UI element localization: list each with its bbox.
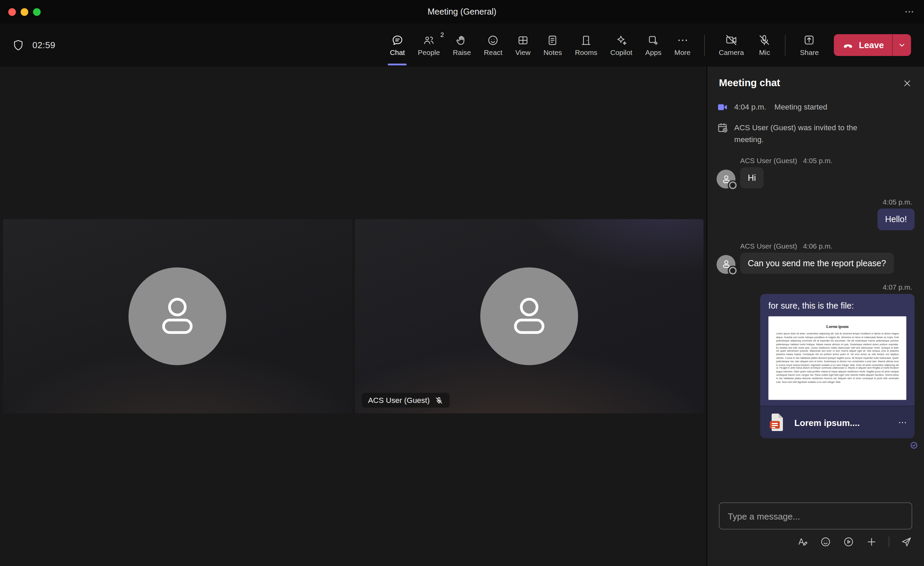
share-button[interactable]: Share — [793, 34, 826, 57]
rooms-door-icon — [580, 34, 592, 46]
chat-message-list[interactable]: 4:04 p.m. Meeting started ACS User (Gues… — [707, 93, 924, 499]
participant-name-tag: ACS User (Guest) — [362, 393, 450, 407]
video-tile — [3, 219, 352, 413]
react-smiley-icon — [487, 34, 500, 46]
message-input-box[interactable] — [719, 502, 912, 529]
event-time: 4:04 p.m. — [734, 102, 766, 113]
send-icon[interactable] — [901, 536, 912, 548]
window-title: Meeting (General) — [0, 7, 924, 16]
message-author: ACS User (Guest) — [740, 242, 797, 250]
file-preview-thumbnail[interactable]: Lorem ipsum Lorem ipsum dolor sit amet, … — [768, 316, 906, 400]
titlebar: Meeting (General) — [0, 0, 924, 23]
emoji-icon[interactable] — [820, 536, 832, 548]
close-icon — [902, 78, 912, 88]
tab-view[interactable]: View — [509, 23, 537, 66]
raise-hand-icon — [456, 34, 468, 46]
participant-name: ACS User (Guest) — [368, 396, 430, 404]
tab-raise[interactable]: Raise — [446, 23, 478, 66]
event-text: ACS User (Guest) was invited to the meet… — [734, 122, 885, 145]
tab-react-label: React — [484, 48, 502, 56]
toolbar-divider — [704, 34, 705, 56]
preview-document-body: Lorem ipsum dolor sit amet, consectetur … — [768, 332, 906, 383]
file-icon — [767, 412, 787, 433]
sender-avatar[interactable] — [716, 255, 735, 274]
meeting-toolbar: 02:59 Chat 2 People Raise — [0, 23, 924, 66]
attach-plus-icon[interactable] — [866, 536, 878, 548]
message-bubble-outgoing: for sure, this is the file: Lorem ipsum … — [760, 293, 915, 438]
mic-button[interactable]: Mic — [751, 34, 778, 57]
share-icon — [803, 34, 816, 46]
message-bubble-outgoing: Hello! — [878, 208, 915, 230]
participant-avatar — [129, 267, 226, 365]
leave-button[interactable]: Leave — [834, 34, 892, 56]
close-window-button[interactable] — [8, 8, 16, 16]
compose-divider — [889, 536, 890, 547]
hangup-phone-icon — [842, 39, 854, 51]
tab-apps[interactable]: Apps — [639, 23, 668, 66]
tab-rooms[interactable]: Rooms — [568, 23, 604, 66]
tab-react[interactable]: React — [477, 23, 509, 66]
leave-label: Leave — [859, 40, 884, 50]
tab-notes[interactable]: Notes — [537, 23, 568, 66]
meeting-info: 02:59 — [0, 39, 55, 52]
chat-header: Meeting chat — [707, 66, 924, 92]
attachment-options-icon[interactable] — [897, 418, 908, 428]
chevron-down-icon — [897, 41, 906, 49]
message-time: 4:06 p.m. — [803, 242, 832, 250]
message-time: 4:05 p.m. — [883, 198, 912, 206]
read-receipt-icon — [910, 441, 918, 449]
tab-copilot-label: Copilot — [610, 48, 632, 56]
person-icon — [150, 289, 204, 343]
file-attachment-card[interactable]: Lorem ipsum.... — [760, 406, 915, 439]
compose-area — [707, 499, 924, 566]
toolbar-tabs: Chat 2 People Raise React — [383, 23, 697, 66]
message-bubble: Can you send me the report please? — [740, 252, 894, 274]
message-time: 4:07 p.m. — [883, 283, 912, 291]
chat-title: Meeting chat — [719, 77, 780, 89]
video-clip-icon[interactable] — [843, 536, 855, 548]
leave-options-button[interactable] — [892, 34, 911, 56]
window-controls — [0, 8, 41, 16]
close-chat-button[interactable] — [902, 78, 912, 88]
calendar-add-icon — [716, 122, 728, 134]
message-input[interactable] — [727, 511, 904, 521]
minimize-window-button[interactable] — [21, 8, 28, 16]
tab-chat-label: Chat — [390, 48, 405, 56]
shield-icon — [12, 39, 25, 52]
copilot-icon — [615, 34, 627, 46]
video-tile: ACS User (Guest) — [354, 219, 704, 413]
tab-more-label: More — [674, 48, 691, 56]
tab-chat[interactable]: Chat — [383, 23, 411, 66]
person-icon — [502, 289, 556, 343]
message-header: ACS User (Guest) 4:06 p.m. — [740, 242, 915, 250]
scale-wrapper: Meeting (General) 02:59 Chat 2 — [0, 0, 924, 566]
video-camera-icon — [716, 102, 728, 113]
tab-notes-label: Notes — [543, 48, 562, 56]
people-icon — [423, 34, 435, 46]
message-header: ACS User (Guest) 4:05 p.m. — [740, 157, 915, 165]
share-label: Share — [800, 48, 819, 56]
camera-button[interactable]: Camera — [712, 34, 751, 57]
tab-rooms-label: Rooms — [575, 48, 597, 56]
file-name: Lorem ipsum.... — [794, 416, 890, 428]
event-text: Meeting started — [774, 102, 827, 113]
tab-copilot[interactable]: Copilot — [604, 23, 639, 66]
format-icon[interactable] — [797, 536, 808, 548]
tab-more[interactable]: More — [668, 23, 697, 66]
system-event-invited: ACS User (Guest) was invited to the meet… — [716, 122, 915, 145]
leave-button-group: Leave — [834, 34, 911, 56]
teams-meeting-window: Meeting (General) 02:59 Chat 2 — [0, 0, 924, 566]
tab-people[interactable]: 2 People — [411, 23, 446, 66]
presence-status-dot — [729, 267, 737, 275]
message-bubble: Hi — [740, 167, 764, 189]
meeting-stage: ACS User (Guest) — [0, 66, 706, 566]
fullscreen-window-button[interactable] — [33, 8, 41, 16]
compose-toolbar — [719, 534, 912, 550]
incoming-message-row: Can you send me the report please? — [716, 252, 915, 274]
presence-status-dot — [729, 181, 737, 189]
window-more-icon[interactable] — [904, 6, 915, 17]
message-author: ACS User (Guest) — [740, 157, 797, 165]
preview-document-title: Lorem ipsum — [768, 324, 906, 329]
sender-avatar[interactable] — [716, 170, 735, 189]
tab-people-label: People — [418, 48, 440, 56]
